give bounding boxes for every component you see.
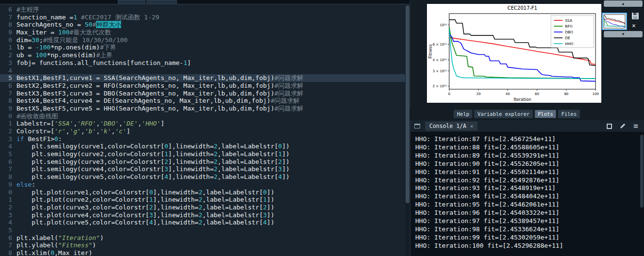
line-number[interactable]: 8 [0, 97, 16, 105]
console-scrollbar-thumb[interactable] [640, 135, 644, 208]
line-number[interactable]: 4 [0, 67, 16, 75]
code-line[interactable]: 4 plt.plot(curve5,color=Colorstr[4],line… [0, 219, 410, 226]
edit-pencil-icon[interactable] [619, 123, 626, 129]
code-line[interactable]: 0dim=30;#维度只能是 10/30/50/100 [0, 36, 410, 44]
code-line[interactable]: 9BestX5,BestF5,curve5 = HHO(SearchAgents… [0, 105, 410, 112]
code-line[interactable]: 3 plt.plot(curve4,color=Colorstr[3],line… [0, 211, 410, 219]
line-number[interactable]: 6 [0, 6, 16, 14]
code-line[interactable]: 7plt.ylabel("Fitness") [0, 241, 410, 249]
code-line[interactable]: 3if BestF1>0: [0, 135, 410, 143]
code-line[interactable]: 9Max_iter = 100#最大迭代次数 [0, 29, 410, 36]
line-number[interactable]: 8 [0, 173, 16, 181]
code-line[interactable]: 9else: [0, 181, 410, 189]
code-line[interactable]: 2 plt.plot(curve3,color=Colorstr[2],line… [0, 204, 410, 211]
line-number[interactable]: 2 [0, 51, 16, 59]
line-number[interactable]: 7 [0, 90, 16, 97]
code-line[interactable]: 2ub = 100*np.ones(dim)#上界 [0, 51, 410, 59]
line-number[interactable]: 0 [0, 36, 16, 44]
plot-thumbnail-selected[interactable] [602, 13, 627, 30]
line-number[interactable]: 5 [0, 226, 16, 234]
code-line[interactable]: 7BestX3,BestF3,curve3 = DBO(SearchAgents… [0, 90, 410, 97]
code-line[interactable]: 8plt.xlim(0,Max_iter) [0, 249, 410, 256]
thumbnail-scroll-down-button[interactable]: ▼ [604, 31, 643, 37]
save-plot-icon[interactable] [631, 12, 639, 20]
code-line[interactable]: 0#画收敛曲线图 [0, 112, 410, 120]
svg-text:DE: DE [565, 36, 570, 40]
line-number[interactable]: 3 [0, 211, 16, 219]
code-line[interactable]: 6#主程序 [0, 6, 410, 14]
svg-text:40: 40 [505, 92, 510, 96]
line-number[interactable]: 8 [0, 21, 16, 29]
line-number[interactable]: 2 [0, 128, 16, 135]
line-number[interactable]: 2 [0, 204, 16, 211]
undock-console-icon[interactable] [414, 124, 420, 128]
code-line[interactable]: 6 plt.semilogy(curve3,color=Colorstr[2],… [0, 158, 410, 166]
line-number[interactable]: 0 [0, 112, 16, 120]
line-number[interactable]: 3 [0, 135, 16, 143]
line-number[interactable]: 3 [0, 59, 16, 67]
code-line[interactable]: 4 plt.semilogy(curve1,color=Colorstr[0],… [0, 143, 410, 150]
code-line[interactable]: 4 [0, 67, 410, 75]
code-line[interactable]: 7 plt.semilogy(curve4,color=Colorstr[3],… [0, 165, 410, 173]
code-line[interactable]: 8SearchAgents_no = 50#种群大小 [0, 21, 410, 29]
line-number[interactable]: 5 [0, 150, 16, 158]
pane-tab-plots[interactable]: Plots [534, 110, 557, 118]
console-tab-close-icon[interactable]: × [470, 123, 473, 129]
svg-text:Iteration: Iteration [514, 97, 531, 102]
line-text: BestX2,BestF2,curve2 = RFO(SearchAgents_… [16, 82, 303, 90]
code-line[interactable]: 5 [0, 226, 410, 234]
code-line[interactable]: 5BestX1,BestF1,curve1 = SSA(SearchAgents… [0, 74, 410, 82]
line-text: fobj= functions.all_functions[function_n… [16, 59, 191, 67]
line-number[interactable]: 0 [0, 189, 16, 196]
pane-tab-files[interactable]: Files [558, 110, 580, 118]
code-line[interactable]: 2Colorstr=['r','g','b','k','c'] [0, 128, 410, 135]
close-plot-icon[interactable]: ✕ [632, 22, 636, 29]
console-tab[interactable]: Console 1/A × [425, 121, 478, 131]
code-line[interactable]: 7function_name =1 #CEC2017 测试函数 1-29 [0, 14, 410, 21]
code-line[interactable]: 1lb = -100*np.ones(dim)#下界 [0, 44, 410, 51]
line-number[interactable]: 4 [0, 143, 16, 150]
line-number[interactable]: 7 [0, 165, 16, 173]
line-number[interactable]: 7 [0, 14, 16, 21]
pane-tab-variable-explorer[interactable]: Variable explorer [474, 110, 533, 118]
line-number[interactable]: 9 [0, 29, 16, 36]
line-text: plt.ylabel("Fitness") [16, 241, 96, 249]
line-number[interactable]: 4 [0, 219, 16, 226]
line-number[interactable]: 9 [0, 105, 16, 112]
editor-tab-partial[interactable] [118, 0, 145, 4]
line-number[interactable]: 8 [0, 249, 16, 256]
editor-tab-partial[interactable] [146, 0, 177, 4]
editor-scrollbar-thumb[interactable] [406, 5, 409, 203]
options-menu-icon[interactable]: ≡ [633, 123, 638, 129]
svg-text:SSA: SSA [565, 18, 573, 23]
code-line[interactable]: 3fobj= functions.all_functions[function_… [0, 59, 410, 67]
line-number[interactable]: 6 [0, 158, 16, 166]
line-text: lb = -100*np.ones(dim)#下界 [16, 44, 116, 51]
pane-tab-help[interactable]: Help [454, 110, 472, 118]
code-line[interactable]: 6plt.xlabel("Iteration") [0, 234, 410, 242]
line-text: else: [16, 181, 35, 189]
thumbnail-scroll-up-button[interactable]: ▲ [604, 0, 643, 7]
line-number[interactable]: 1 [0, 196, 16, 204]
line-text: Max_iter = 100#最大迭代次数 [16, 29, 111, 36]
code-line[interactable]: 6BestX2,BestF2,curve2 = RFO(SearchAgents… [0, 82, 410, 90]
line-number[interactable]: 1 [0, 44, 16, 51]
code-line[interactable]: 1 plt.plot(curve2,color=Colorstr[1],line… [0, 196, 410, 204]
line-number[interactable]: 7 [0, 241, 16, 249]
line-number[interactable]: 1 [0, 120, 16, 128]
line-number[interactable]: 5 [0, 74, 16, 82]
inspect-square-icon[interactable] [607, 124, 612, 129]
line-number[interactable]: 6 [0, 82, 16, 90]
code-area[interactable]: 6#主程序7function_name =1 #CEC2017 测试函数 1-2… [0, 4, 410, 256]
code-line[interactable]: 0 plt.plot(curve1,color=Colorstr[0],line… [0, 189, 410, 196]
editor-scrollbar[interactable] [405, 4, 410, 256]
code-line[interactable]: 1Labelstr=['SSA','RFO','DBO','DE','HHO'] [0, 120, 410, 128]
line-text: plt.plot(curve3,color=Colorstr[2],linewi… [16, 204, 274, 211]
code-line[interactable]: 8 plt.semilogy(curve5,color=Colorstr[4],… [0, 173, 410, 181]
console-line: HHO: Iteration:95 fit=[2.45462061e+11] [415, 201, 644, 209]
console-line: HHO: Iteration:91 fit=[2.45502114e+11] [415, 168, 644, 176]
code-line[interactable]: 5 plt.semilogy(curve2,color=Colorstr[1],… [0, 150, 410, 158]
line-number[interactable]: 9 [0, 181, 16, 189]
line-number[interactable]: 6 [0, 234, 16, 242]
code-line[interactable]: 8BestX4,BestF4,curve4 = DE(SearchAgents_… [0, 97, 410, 105]
